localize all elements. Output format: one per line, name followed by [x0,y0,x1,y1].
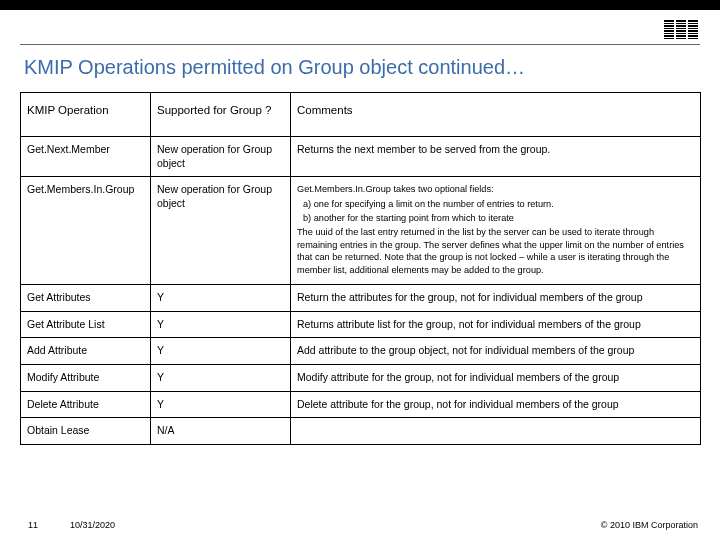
col-header-supported: Supported for Group ? [151,93,291,137]
cell-supported: Y [151,365,291,392]
cell-comment: Returns attribute list for the group, no… [291,311,701,338]
table-row: Obtain Lease N/A [21,418,701,445]
cell-operation: Get.Members.In.Group [21,177,151,285]
comment-line: b) another for the starting point from w… [297,212,694,224]
comment-line: a) one for specifying a limit on the num… [297,198,694,210]
footer-copyright: © 2010 IBM Corporation [601,520,698,530]
cell-operation: Get Attributes [21,285,151,312]
col-header-operation: KMIP Operation [21,93,151,137]
cell-supported: New operation for Group object [151,136,291,176]
cell-supported: Y [151,391,291,418]
table-header-row: KMIP Operation Supported for Group ? Com… [21,93,701,137]
table-row: Get Attribute List Y Returns attribute l… [21,311,701,338]
cell-comment: Delete attribute for the group, not for … [291,391,701,418]
cell-comment: Add attribute to the group object, not f… [291,338,701,365]
cell-operation: Delete Attribute [21,391,151,418]
top-black-bar [0,0,720,10]
cell-operation: Get.Next.Member [21,136,151,176]
table-row: Delete Attribute Y Delete attribute for … [21,391,701,418]
cell-operation: Get Attribute List [21,311,151,338]
cell-supported: N/A [151,418,291,445]
footer-page-number: 11 [28,520,38,530]
table-row: Get.Next.Member New operation for Group … [21,136,701,176]
operations-table: KMIP Operation Supported for Group ? Com… [20,92,701,445]
cell-operation: Obtain Lease [21,418,151,445]
table-row: Get Attributes Y Return the attributes f… [21,285,701,312]
cell-supported: Y [151,338,291,365]
ibm-logo [664,20,698,39]
cell-comment: Modify attribute for the group, not for … [291,365,701,392]
cell-comment [291,418,701,445]
cell-supported: Y [151,311,291,338]
header-rule [20,44,700,45]
cell-comment: Get.Members.In.Group takes two optional … [291,177,701,285]
footer-date: 10/31/2020 [70,520,115,530]
table-row: Add Attribute Y Add attribute to the gro… [21,338,701,365]
comment-line: Get.Members.In.Group takes two optional … [297,183,694,195]
page-title: KMIP Operations permitted on Group objec… [24,56,525,79]
cell-comment: Returns the next member to be served fro… [291,136,701,176]
table-row: Modify Attribute Y Modify attribute for … [21,365,701,392]
cell-comment: Return the attributes for the group, not… [291,285,701,312]
table-row: Get.Members.In.Group New operation for G… [21,177,701,285]
cell-supported: Y [151,285,291,312]
col-header-comments: Comments [291,93,701,137]
cell-operation: Modify Attribute [21,365,151,392]
cell-operation: Add Attribute [21,338,151,365]
comment-line: The uuid of the last entry returned in t… [297,226,694,276]
cell-supported: New operation for Group object [151,177,291,285]
